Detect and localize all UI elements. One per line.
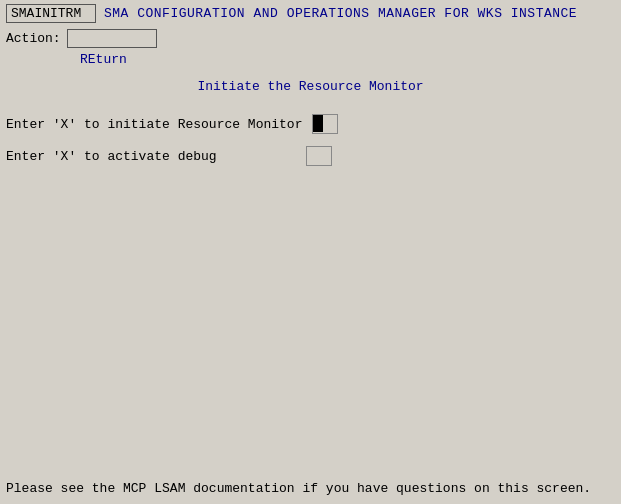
app-id: SMAINITRM <box>6 4 96 23</box>
header-title: SMA CONFIGURATION AND OPERATIONS MANAGER… <box>104 6 577 21</box>
field-1-label: Enter 'X' to initiate Resource Monitor <box>6 117 302 132</box>
field-1-container <box>312 114 338 134</box>
return-row: REturn <box>0 50 621 73</box>
field-2-label: Enter 'X' to activate debug <box>6 149 296 164</box>
return-link[interactable]: REturn <box>80 52 127 67</box>
field-2-input[interactable] <box>306 146 332 166</box>
action-row: Action: <box>0 27 621 50</box>
action-label: Action: <box>6 31 61 46</box>
field-row-1: Enter 'X' to initiate Resource Monitor <box>0 108 621 140</box>
field-row-2: Enter 'X' to activate debug <box>0 140 621 172</box>
footer: Please see the MCP LSAM documentation if… <box>6 481 615 496</box>
cursor-block <box>313 115 323 132</box>
action-input[interactable] <box>67 29 157 48</box>
header-row: SMAINITRM SMA CONFIGURATION AND OPERATIO… <box>0 0 621 27</box>
screen: SMAINITRM SMA CONFIGURATION AND OPERATIO… <box>0 0 621 504</box>
page-title: Initiate the Resource Monitor <box>0 73 621 108</box>
